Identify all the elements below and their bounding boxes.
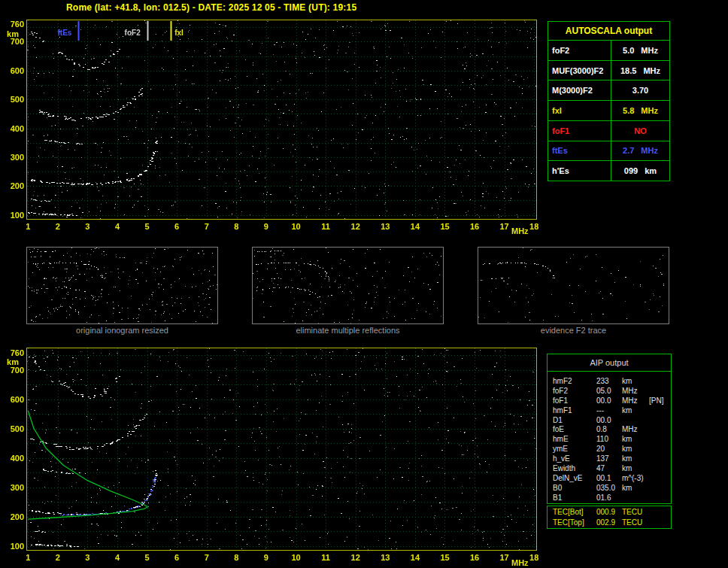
x-tick-17: 17: [497, 222, 512, 231]
ionogram-bottom-plot: [26, 348, 537, 551]
aip-panel-title: AIP output: [548, 354, 671, 372]
y-tick-100: 100: [2, 211, 24, 220]
param-extra: [649, 454, 671, 464]
panel-original-ionogram: [26, 247, 218, 324]
param-name: fxI: [548, 101, 611, 120]
y-tick-200: 200: [2, 181, 24, 190]
y-tick-760: 760: [2, 348, 24, 357]
tec-output-panel: TEC[Bot]000.9TECUTEC[Top]002.9TECU: [547, 506, 672, 529]
x-tick-10: 10: [289, 553, 304, 562]
x-tick-2: 2: [50, 222, 65, 231]
x-tick-13: 13: [378, 553, 393, 562]
param-name: ftEs: [548, 141, 611, 161]
param-unit: km: [622, 377, 649, 387]
x-tick-11: 11: [318, 222, 333, 231]
x-tick-9: 9: [259, 222, 274, 231]
y-axis-unit-label: km: [3, 29, 23, 38]
param-unit: km: [622, 435, 649, 445]
x-tick-8: 8: [229, 222, 244, 231]
x-tick-3: 3: [80, 222, 95, 231]
y-tick-400: 400: [2, 454, 24, 463]
param-name: DelN_vE: [548, 474, 596, 484]
autoscala-row-h'Es: h'Es099km: [548, 161, 669, 181]
aip-row-D1: D100.0: [548, 416, 671, 426]
param-value: 5.8: [623, 106, 634, 115]
aip-row-DelN_vE: DelN_vE00.1m^(-3): [548, 474, 671, 484]
x-tick-8: 8: [229, 553, 244, 562]
ionogram-top-plot: [26, 20, 537, 220]
aip-row-hmE: hmE110km: [548, 435, 671, 445]
panel-label-eliminate: eliminate multiple reflections: [252, 326, 444, 335]
aip-row-hmF2: hmF2233km: [548, 377, 671, 387]
param-value-cell: 18.5MHz: [611, 61, 669, 80]
aip-row-hmF1: hmF1---km: [548, 406, 671, 416]
param-name: D1: [548, 416, 596, 426]
panel-eliminate-reflections: [252, 247, 444, 324]
x-tick-16: 16: [467, 222, 482, 231]
x-tick-13: 13: [378, 222, 393, 231]
param-value-cell: 099km: [611, 161, 669, 181]
param-value: NO: [634, 126, 647, 135]
param-name: foF1: [548, 396, 596, 406]
panel-label-evidence: evidence F2 trace: [478, 326, 669, 335]
param-unit: MHz: [622, 425, 649, 435]
param-value: 035.0: [596, 484, 622, 494]
param-extra: [649, 484, 671, 494]
aip-row-h_vE: h_vE137km: [548, 454, 671, 464]
panel-evidence-canvas: [478, 248, 669, 323]
param-extra: [PN]: [649, 396, 671, 406]
param-value: 3.70: [632, 86, 648, 95]
ionogram-top-canvas: [27, 20, 536, 219]
x-tick-6: 6: [169, 222, 184, 231]
autoscala-row-M(3000)F2: M(3000)F23.70: [548, 80, 669, 101]
y-tick-100: 100: [2, 542, 24, 551]
x-tick-11: 11: [318, 553, 333, 562]
aip-row-foE: foE0.8MHz: [548, 425, 671, 435]
param-value: 18.5: [620, 66, 636, 75]
aip-row-foF2: foF205.0MHz: [548, 387, 671, 396]
param-value-cell: NO: [611, 121, 669, 141]
param-name: TEC[Bot]: [548, 507, 596, 518]
param-unit: km: [622, 406, 649, 416]
y-tick-300: 300: [2, 153, 24, 162]
param-value: 20: [596, 445, 622, 454]
x-tick-14: 14: [408, 222, 423, 231]
param-value: 05.0: [596, 387, 622, 396]
param-value: 000.9: [596, 507, 622, 518]
x-tick-12: 12: [348, 553, 363, 562]
x-tick-16: 16: [467, 553, 482, 562]
y-axis-unit-label: km: [3, 357, 23, 366]
x-tick-5: 5: [140, 222, 155, 231]
x-tick-9: 9: [259, 553, 274, 562]
autoscala-output-table: AUTOSCALA output foF25.0MHzMUF(3000)F218…: [548, 21, 670, 181]
param-unit: MHz: [641, 146, 658, 155]
param-name: hmF2: [548, 377, 596, 387]
y-tick-700: 700: [2, 366, 24, 375]
aip-output-panel: AIP output hmF2233kmfoF205.0MHzfoF100.0M…: [547, 354, 672, 504]
autoscala-row-foF2: foF25.0MHz: [548, 41, 669, 61]
x-tick-12: 12: [348, 222, 363, 231]
param-unit: m^(-3): [622, 474, 649, 484]
panel-eliminate-canvas: [253, 248, 443, 323]
aip-row-Ewidth: Ewidth47km: [548, 464, 671, 474]
param-value: 5.0: [623, 46, 634, 55]
param-extra: [649, 425, 671, 435]
param-value-cell: 3.70: [611, 80, 669, 100]
y-tick-760: 760: [2, 20, 24, 29]
param-unit: MHz: [622, 396, 649, 406]
panel-evidence-f2: [478, 247, 669, 324]
x-tick-7: 7: [199, 553, 214, 562]
param-value-cell: 5.0MHz: [611, 41, 669, 60]
param-extra: [649, 464, 671, 474]
autoscala-table-body: foF25.0MHzMUF(3000)F218.5MHzM(3000)F23.7…: [548, 41, 669, 181]
x-tick-1: 1: [20, 553, 35, 562]
aip-row-ymE: ymE20km: [548, 445, 671, 454]
x-tick-2: 2: [50, 553, 65, 562]
x-tick-3: 3: [80, 553, 95, 562]
x-tick-6: 6: [169, 553, 184, 562]
panel-label-original: original ionogram resized: [26, 326, 218, 335]
param-extra: [649, 406, 671, 416]
x-axis-unit-label: MHz: [511, 226, 529, 235]
y-tick-600: 600: [2, 66, 24, 75]
y-tick-400: 400: [2, 124, 24, 133]
